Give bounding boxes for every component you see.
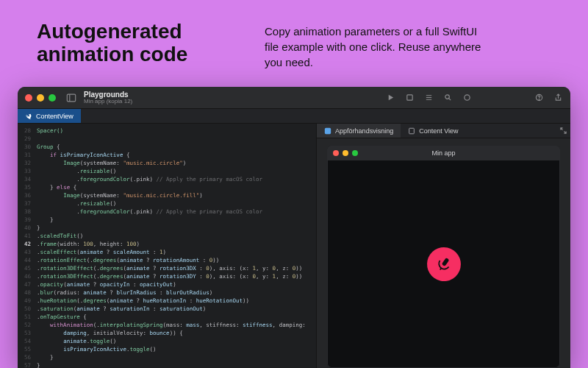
tab-label: Appförhandsvisning — [335, 127, 393, 135]
svg-rect-0 — [67, 94, 75, 102]
swift-icon — [25, 113, 32, 120]
minimize-icon[interactable] — [343, 150, 348, 156]
inspector-icon[interactable] — [442, 93, 453, 103]
svg-point-10 — [539, 99, 539, 100]
sim-titlebar: Min app — [327, 146, 560, 160]
sidebar-toggle-icon[interactable] — [66, 93, 76, 103]
expand-icon[interactable] — [556, 124, 570, 138]
line-gutter: 2829303132333435363738394041424344454647… — [18, 124, 34, 368]
run-icon[interactable] — [385, 93, 395, 103]
maximize-icon[interactable] — [49, 94, 56, 102]
doc-icon — [408, 127, 415, 135]
minimize-icon[interactable] — [37, 94, 44, 102]
mic-button[interactable] — [420, 241, 467, 288]
tab-app-preview[interactable]: Appförhandsvisning — [317, 124, 401, 138]
preview-tabstrip: Appförhandsvisning Content View — [317, 124, 570, 138]
tab-contentview[interactable]: ContentView — [18, 109, 81, 123]
stop-icon[interactable] — [404, 93, 415, 103]
close-icon[interactable] — [25, 94, 32, 102]
titlebar: Playgrounds Min app (kopia 12) — [18, 87, 570, 109]
window-title: Playgrounds — [84, 91, 132, 99]
editor-tabstrip: ContentView — [18, 109, 570, 124]
code-area[interactable]: Spacer() Group { if isPrimaryIconActive … — [34, 124, 316, 368]
code-editor[interactable]: 2829303132333435363738394041424344454647… — [18, 124, 316, 368]
list-icon[interactable] — [423, 93, 434, 103]
share-icon[interactable] — [553, 93, 563, 103]
svg-rect-11 — [325, 127, 331, 133]
xcode-window: Playgrounds Min app (kopia 12) ContentVi… — [18, 87, 570, 368]
help-icon[interactable] — [534, 93, 544, 103]
preview-pane: Appförhandsvisning Content View — [316, 124, 570, 368]
svg-line-7 — [448, 99, 450, 100]
tab-label: Content View — [419, 127, 458, 135]
window-controls — [25, 94, 56, 102]
simulator-window: Min app — [327, 146, 560, 368]
tab-label: ContentView — [36, 113, 74, 120]
svg-point-6 — [445, 95, 449, 99]
svg-rect-2 — [406, 95, 412, 100]
hero-body: Copy animation parameters or a full Swif… — [265, 21, 485, 70]
svg-rect-12 — [409, 128, 415, 134]
window-subtitle: Min app (kopia 12) — [84, 99, 132, 105]
library-icon[interactable] — [462, 93, 472, 103]
mic-icon — [432, 253, 455, 276]
close-icon[interactable] — [333, 150, 339, 156]
svg-point-8 — [464, 95, 469, 100]
tab-content-view[interactable]: Content View — [401, 124, 465, 138]
maximize-icon[interactable] — [352, 150, 358, 156]
app-icon — [324, 127, 331, 135]
sim-title: Min app — [432, 149, 456, 157]
hero-title: Autogenerated animation code — [37, 21, 243, 66]
